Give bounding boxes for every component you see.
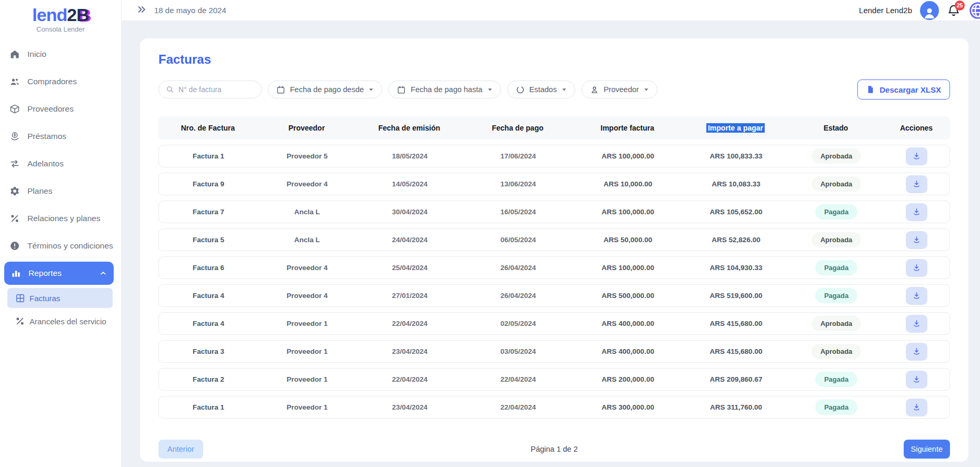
logo: lend2B Consola Lender xyxy=(0,0,121,33)
filter-estados[interactable]: Estados xyxy=(507,81,575,98)
coin-icon xyxy=(9,131,20,142)
logo-part-b: B xyxy=(76,5,89,25)
sidebar-item-label: Planes xyxy=(27,186,52,196)
search-icon xyxy=(166,85,174,94)
sidebar-nav: Inicio Compradores Proveedores Préstamos… xyxy=(0,41,121,331)
sidebar-subitem-facturas[interactable]: Facturas xyxy=(7,288,113,308)
cell-proveedor: Proveedor 1 xyxy=(258,403,356,411)
download-row-button[interactable] xyxy=(906,175,927,193)
notifications-button[interactable]: 25 xyxy=(947,4,961,17)
cell-importe-a-pagar: ARS 519,600.00 xyxy=(683,292,789,300)
column-header: Acciones xyxy=(883,124,950,132)
cell-proveedor: Proveedor 1 xyxy=(258,347,356,355)
table-row: Factura 4 Proveedor 1 22/04/2024 02/05/2… xyxy=(158,312,950,335)
download-row-button[interactable] xyxy=(906,399,927,416)
download-row-button[interactable] xyxy=(906,287,927,305)
globe-icon xyxy=(968,1,980,20)
sidebar-item-proveedores[interactable]: Proveedores xyxy=(0,95,121,123)
search-input[interactable] xyxy=(178,85,254,94)
column-header: Fecha de pago xyxy=(463,124,573,132)
avatar[interactable] xyxy=(920,1,939,20)
chevron-down-icon xyxy=(644,87,649,92)
cell-importe-factura: ARS 200,000.00 xyxy=(573,375,683,383)
cell-importe-a-pagar: ARS 105,652.00 xyxy=(683,208,789,216)
sidebar-subitem-label: Facturas xyxy=(29,294,60,303)
download-icon xyxy=(912,347,921,356)
cell-nro-factura: Factura 5 xyxy=(159,236,258,244)
sidebar-item-reportes[interactable]: Reportes xyxy=(4,262,114,285)
download-row-button[interactable] xyxy=(906,203,927,221)
cell-fecha-emision: 18/05/2024 xyxy=(356,152,463,160)
sidebar-item-relaciones-y-planes[interactable]: Relaciones y planes xyxy=(0,205,121,232)
column-header: Fecha de emisión xyxy=(356,124,463,132)
cell-acciones xyxy=(883,315,949,333)
download-row-button[interactable] xyxy=(906,315,927,333)
cell-proveedor: Proveedor 4 xyxy=(258,264,356,272)
cell-fecha-pago: 22/04/2024 xyxy=(463,403,573,411)
filter-proveedor[interactable]: Proveedor xyxy=(582,81,657,98)
sidebar-item-prestamos[interactable]: Préstamos xyxy=(0,123,121,150)
download-row-button[interactable] xyxy=(906,147,927,165)
alert-icon xyxy=(9,241,20,251)
sidebar-item-compradores[interactable]: Compradores xyxy=(0,68,121,95)
cell-fecha-emision: 25/04/2024 xyxy=(356,264,463,272)
filter-fecha-pago-desde[interactable]: Fecha de pago desde xyxy=(268,81,382,98)
sidebar-item-label: Reportes xyxy=(28,269,62,278)
cell-nro-factura: Factura 2 xyxy=(159,375,258,383)
cell-fecha-emision: 14/05/2024 xyxy=(356,180,463,188)
sidebar-item-label: Préstamos xyxy=(27,132,66,141)
logo-part-2: 2 xyxy=(67,5,76,25)
status-badge: Pagada xyxy=(815,288,857,303)
download-xlsx-button[interactable]: Descargar XLSX xyxy=(857,80,950,100)
swap-icon xyxy=(9,158,20,169)
cell-nro-factura: Factura 1 xyxy=(159,403,258,411)
package-icon xyxy=(9,104,20,114)
cell-importe-a-pagar: ARS 415,680.00 xyxy=(683,347,789,355)
sidebar-item-inicio[interactable]: Inicio xyxy=(0,41,121,68)
table-row: Factura 6 Proveedor 4 25/04/2024 26/04/2… xyxy=(158,256,950,279)
cell-fecha-pago: 02/05/2024 xyxy=(463,320,573,327)
sidebar-subitem-aranceles-del-servicio[interactable]: Aranceles del servicio xyxy=(7,311,113,331)
cell-estado: Pagada xyxy=(789,372,883,387)
download-icon xyxy=(912,180,921,188)
cell-proveedor: Proveedor 1 xyxy=(258,320,356,327)
grid-icon xyxy=(15,293,25,303)
cell-importe-a-pagar: ARS 209,860.67 xyxy=(683,375,789,383)
cell-fecha-emision: 24/04/2024 xyxy=(356,236,463,244)
cell-estado: Aprobada xyxy=(789,148,883,164)
download-row-button[interactable] xyxy=(906,231,927,249)
sidebar-item-label: Inicio xyxy=(27,49,46,59)
download-row-button[interactable] xyxy=(906,343,927,361)
table-header: Nro. de FacturaProveedorFecha de emisión… xyxy=(158,116,950,140)
filter-label: Proveedor xyxy=(604,85,639,94)
sidebar-item-planes[interactable]: Planes xyxy=(0,177,121,205)
status-badge: Pagada xyxy=(815,372,857,387)
file-icon xyxy=(866,85,875,94)
chevron-up-icon xyxy=(99,269,107,277)
cell-importe-factura: ARS 300,000.00 xyxy=(573,403,683,411)
language-globe-button[interactable] xyxy=(968,1,980,20)
column-header: Importe factura xyxy=(573,124,682,132)
filter-fecha-pago-hasta[interactable]: Fecha de pago hasta xyxy=(388,81,501,98)
download-row-button[interactable] xyxy=(906,259,927,277)
cell-importe-a-pagar: ARS 415,680.00 xyxy=(683,320,789,327)
filter-label: Fecha de pago desde xyxy=(290,85,364,94)
calendar-icon xyxy=(397,85,406,94)
cell-importe-a-pagar: ARS 104,930.33 xyxy=(683,264,789,272)
cell-acciones xyxy=(883,203,949,221)
column-header: Proveedor xyxy=(257,124,356,132)
calendar-icon xyxy=(276,85,285,94)
sidebar-item-terminos-y-condiciones[interactable]: Términos y condiciones xyxy=(0,232,121,260)
user-icon xyxy=(922,4,937,20)
sidebar-item-label: Proveedores xyxy=(27,104,74,114)
cell-fecha-emision: 30/04/2024 xyxy=(356,208,463,216)
sidebar-item-adelantos[interactable]: Adelantos xyxy=(0,150,121,177)
cell-fecha-pago: 26/04/2024 xyxy=(463,264,573,272)
sidebar-collapse-button[interactable] xyxy=(136,4,147,17)
chevron-down-icon xyxy=(368,87,374,92)
next-page-button[interactable]: Siguiente xyxy=(904,440,950,459)
download-row-button[interactable] xyxy=(906,371,927,389)
cell-estado: Aprobada xyxy=(789,316,883,331)
cell-acciones xyxy=(883,231,949,249)
cell-nro-factura: Factura 6 xyxy=(159,264,258,272)
